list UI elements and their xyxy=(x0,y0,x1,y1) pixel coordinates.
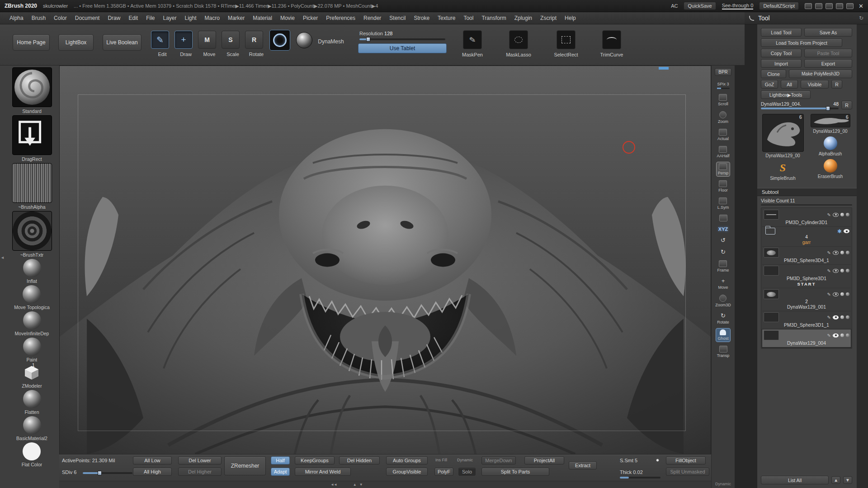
maskpen-button[interactable]: ✎ xyxy=(463,30,482,49)
brush-move-infinite-depth[interactable]: MoveInfiniteDep xyxy=(15,311,49,336)
trimcurve-button[interactable] xyxy=(602,30,621,49)
brush-paint[interactable]: Paint xyxy=(23,338,41,362)
subtool-row[interactable]: ✎ 2 DynaWax129_001 xyxy=(762,288,851,311)
edit-mode-button[interactable]: ✎ xyxy=(151,31,169,49)
goz-all-button[interactable]: All xyxy=(781,80,798,89)
rotate-view-button[interactable]: ↻Rotate xyxy=(716,311,731,325)
ui-config-icon[interactable] xyxy=(836,3,843,9)
make-polymesh3d-button[interactable]: Make PolyMesh3D xyxy=(789,70,852,78)
floor-button[interactable]: Floor xyxy=(717,179,729,193)
rotate-mode-button[interactable]: R xyxy=(245,31,263,49)
menu-movie[interactable]: Movie xyxy=(276,15,299,21)
shader-dot-icon[interactable] xyxy=(840,213,844,216)
color-flat-color[interactable]: Flat Color xyxy=(22,442,42,467)
persp-button[interactable]: Persp xyxy=(717,162,730,176)
menu-layer[interactable]: Layer xyxy=(159,15,181,21)
auto-groups-button[interactable]: Auto Groups xyxy=(386,456,428,465)
menu-file[interactable]: File xyxy=(142,15,159,21)
shader-dot-icon[interactable] xyxy=(840,315,844,319)
selectrect-button[interactable] xyxy=(557,30,576,49)
extract-button[interactable]: Extract xyxy=(569,461,597,469)
polypaint-icon[interactable]: ✎ xyxy=(827,250,831,255)
goz-button[interactable]: GoZ xyxy=(761,80,778,89)
subtool-row-selected[interactable]: ✎ DynaWax129_004 xyxy=(762,329,851,347)
ssmt-slider-label[interactable]: S.Smt 5 xyxy=(620,458,637,463)
subtool-row[interactable]: ✎ PM3D_Sphere3D1_1 xyxy=(762,311,851,329)
move-down-icon[interactable]: ▼ xyxy=(843,476,852,484)
home-page-button[interactable]: Home Page xyxy=(13,34,50,51)
slider-r-button[interactable]: R xyxy=(841,101,852,109)
visibility-eye-icon[interactable] xyxy=(833,292,839,296)
ghost-button[interactable]: Ghost xyxy=(716,328,730,342)
masklasso-button[interactable] xyxy=(509,30,528,49)
alphabrush-thumbnail[interactable] xyxy=(824,136,837,150)
close-icon[interactable]: ✕ xyxy=(859,3,863,9)
active-tool-slider[interactable]: DynaWax129_004.48 xyxy=(761,101,839,109)
visibility-eye-icon[interactable] xyxy=(833,269,839,273)
resolution-slider[interactable] xyxy=(359,38,445,40)
menu-zscript[interactable]: Zscript xyxy=(536,15,561,21)
xyz-button[interactable]: XYZ xyxy=(717,225,729,233)
visibility-eye-icon[interactable] xyxy=(833,213,839,217)
mirror-and-weld-button[interactable]: Mirror And Weld xyxy=(295,468,351,476)
shader-dot-icon[interactable] xyxy=(846,333,849,337)
local-button[interactable] xyxy=(718,214,729,222)
goz-r-button[interactable]: R xyxy=(831,80,842,89)
polyf-button[interactable]: PolyF xyxy=(434,468,453,476)
frame-button[interactable]: Frame xyxy=(716,259,730,273)
sdiv-slider[interactable] xyxy=(83,472,132,474)
quicksave-button[interactable]: QuickSave xyxy=(684,2,716,10)
lightbox-tools-button[interactable]: Lightbox▶Tools xyxy=(761,90,811,99)
half-button[interactable]: Half xyxy=(271,456,290,465)
subtool-folder-row[interactable]: ✱ 4 garr xyxy=(762,227,851,247)
adapt-button[interactable]: Adapt xyxy=(271,468,290,476)
subtool-row[interactable]: ✎ PM3D_Sphere3D1 START xyxy=(762,265,851,288)
brush-flatten[interactable]: Flatten xyxy=(23,390,41,415)
simplebrush-thumbnail[interactable]: S xyxy=(776,161,790,174)
use-tablet-button[interactable]: Use Tablet xyxy=(358,43,447,53)
move-up-icon[interactable]: ▲ xyxy=(831,476,840,484)
menu-alpha[interactable]: Alpha xyxy=(5,15,28,21)
tray-collapse-icon[interactable]: ◄ xyxy=(0,255,5,260)
scale-mode-button[interactable]: S xyxy=(222,31,240,49)
shader-dot-icon[interactable] xyxy=(846,315,849,319)
brush-inflat[interactable]: Inflat xyxy=(23,259,41,284)
zoom3d-button[interactable]: Zoom3D xyxy=(714,294,732,308)
visible-count-slider[interactable]: Visible Count 11 xyxy=(761,198,852,206)
scroll-down-icon[interactable]: ▼ xyxy=(359,483,363,487)
keepgroups-button[interactable]: KeepGroups xyxy=(295,456,335,465)
shader-dot-icon[interactable] xyxy=(846,251,849,254)
shader-dot-icon[interactable] xyxy=(840,269,844,272)
panels-icon[interactable] xyxy=(815,3,822,9)
polypaint-icon[interactable]: ✎ xyxy=(827,333,831,338)
gear-icon[interactable]: ✱ xyxy=(837,228,842,235)
tool-thumbnail[interactable]: 6 xyxy=(811,114,850,127)
shader-dot-icon[interactable] xyxy=(846,292,849,296)
menu-marker[interactable]: Marker xyxy=(224,15,249,21)
current-brush-button[interactable] xyxy=(269,30,290,51)
pivot-right-button[interactable]: ↻ xyxy=(719,248,727,256)
polypaint-icon[interactable]: ✎ xyxy=(827,268,831,273)
fillobject-button[interactable]: FillObject xyxy=(666,456,706,465)
polypaint-icon[interactable]: ✎ xyxy=(827,212,831,217)
actual-button[interactable]: Actual xyxy=(716,128,730,142)
dynamesh-sphere-icon[interactable] xyxy=(296,32,312,48)
polypaint-icon[interactable]: ✎ xyxy=(827,315,831,320)
brush-standard[interactable]: Standard xyxy=(12,67,52,114)
shader-dot-icon[interactable] xyxy=(846,269,849,272)
menu-tool[interactable]: Tool xyxy=(459,15,477,21)
goz-visible-button[interactable]: Visible xyxy=(801,80,829,89)
menu-draw[interactable]: Draw xyxy=(104,15,124,21)
menu-preferences[interactable]: Preferences xyxy=(322,15,359,21)
save-as-button[interactable]: Save As xyxy=(804,28,852,37)
paste-tool-button[interactable]: Paste Tool xyxy=(804,49,852,57)
thick-slider[interactable] xyxy=(620,477,660,479)
menu-picker[interactable]: Picker xyxy=(299,15,322,21)
pivot-left-button[interactable]: ↺ xyxy=(719,236,727,244)
eraserbrush-thumbnail[interactable] xyxy=(824,159,837,173)
aahalf-button[interactable]: AAHalf xyxy=(715,145,731,159)
shader-dot-icon[interactable] xyxy=(840,251,844,254)
subtool-row[interactable]: ✎ PM3D_Cylinder3D1 xyxy=(762,209,851,227)
ssmt-handle[interactable] xyxy=(656,459,659,462)
menu-help[interactable]: Help xyxy=(561,15,580,21)
